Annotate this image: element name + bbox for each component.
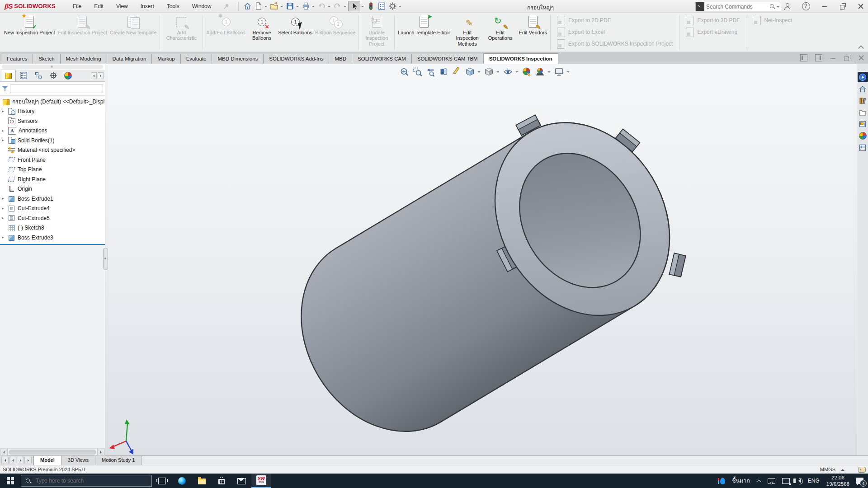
tree-item-material[interactable]: Material <not specified> <box>0 145 105 155</box>
pane-right-icon[interactable] <box>815 54 822 61</box>
mail-button[interactable] <box>231 474 251 488</box>
apply-scene-dropdown[interactable] <box>548 71 551 74</box>
tab-solidworks-cam[interactable]: SOLIDWORKS CAM <box>352 54 412 64</box>
edit-inspection-methods-button[interactable]: ✎ Edit Inspection Methods <box>452 14 483 52</box>
save-dropdown[interactable] <box>296 6 299 9</box>
clock[interactable]: 22:06 19/6/2568 <box>826 474 849 488</box>
tab-mbd[interactable]: MBD <box>329 54 352 64</box>
section-view-icon[interactable] <box>438 66 450 78</box>
expand-arrow-icon[interactable] <box>2 197 6 201</box>
property-manager-tab[interactable] <box>16 70 31 81</box>
configuration-manager-tab[interactable] <box>31 70 46 81</box>
document-minimize-icon[interactable] <box>830 55 836 61</box>
zoom-to-fit-icon[interactable] <box>399 66 410 78</box>
options-list-icon[interactable] <box>377 1 387 11</box>
display-style-dropdown[interactable] <box>497 71 500 74</box>
store-button[interactable] <box>212 474 231 488</box>
custom-properties-tag-icon[interactable] <box>859 467 866 473</box>
expand-arrow-icon[interactable] <box>2 216 6 220</box>
open-document-icon[interactable] <box>269 1 279 11</box>
previous-view-icon[interactable] <box>425 66 437 78</box>
edit-operations-button[interactable]: ↻✎ Edit Operations <box>483 14 518 52</box>
hide-show-items-icon[interactable] <box>502 66 514 78</box>
edit-vendors-button[interactable]: ✎ Edit Vendors <box>518 14 548 52</box>
start-button[interactable] <box>0 474 21 488</box>
search-icon[interactable] <box>769 4 775 9</box>
panel-splitter-handle[interactable] <box>103 248 108 270</box>
display-style-icon[interactable] <box>483 66 495 78</box>
menu-insert[interactable]: Insert <box>135 1 160 12</box>
scrollbar-thumb[interactable] <box>9 450 96 455</box>
menu-window[interactable]: Window <box>187 1 217 12</box>
restore-button[interactable] <box>839 3 846 10</box>
rebuild-traffic-light-icon[interactable] <box>366 1 376 11</box>
tree-item-history[interactable]: History <box>0 107 105 117</box>
settings-dropdown[interactable] <box>399 6 401 9</box>
dimxpert-manager-tab[interactable] <box>46 70 61 81</box>
network-icon[interactable] <box>782 478 790 484</box>
tab-motion-study-1[interactable]: Motion Study 1 <box>95 456 142 465</box>
taskbar-search-input[interactable] <box>35 477 147 484</box>
scroll-tabs-right-icon[interactable] <box>98 72 104 79</box>
menu-tools[interactable]: Tools <box>161 1 185 12</box>
document-close-icon[interactable] <box>858 55 864 61</box>
export-to-2d-pdf-button[interactable]: Export to 2D PDF <box>552 14 677 26</box>
tab-solidworks-inspection[interactable]: SOLIDWORKS Inspection <box>483 53 558 64</box>
rim-lug[interactable] <box>670 253 686 277</box>
tree-item-annotations[interactable]: Annotations <box>0 126 105 136</box>
home-tab-icon[interactable] <box>858 84 868 94</box>
tab-features[interactable]: Features <box>1 54 33 64</box>
pane-left-icon[interactable] <box>800 54 807 61</box>
tree-item-origin[interactable]: Origin <box>0 184 105 194</box>
annotation-visibility-icon[interactable] <box>451 66 463 78</box>
tree-item-front-plane[interactable]: Front Plane <box>0 155 105 165</box>
save-icon[interactable] <box>285 1 295 11</box>
new-inspection-project-button[interactable]: ★✓ New Inspection Project <box>3 14 57 52</box>
new-document-dropdown[interactable] <box>264 6 267 9</box>
tab-model[interactable]: Model <box>33 456 61 465</box>
first-tab-icon[interactable] <box>1 457 9 464</box>
weather-label[interactable]: ชื้นมาก <box>732 476 750 485</box>
settings-gear-icon[interactable] <box>387 1 398 11</box>
scroll-tabs-left-icon[interactable] <box>91 72 97 79</box>
tree-item-solid-bodies[interactable]: Solid Bodies(1) <box>0 136 105 145</box>
connect-display-icon[interactable] <box>768 478 775 484</box>
update-inspection-project-button[interactable]: ↻ Update Inspection Project <box>361 14 392 52</box>
hidden-icons-chevron[interactable] <box>757 479 761 483</box>
tree-item-sensors[interactable]: Sensors <box>0 116 105 126</box>
select-balloons-button[interactable]: Select Balloons <box>277 14 314 52</box>
view-settings-dropdown[interactable] <box>567 71 570 74</box>
scroll-left-icon[interactable] <box>0 449 8 456</box>
tab-evaluate[interactable]: Evaluate <box>180 54 212 64</box>
panel-horizontal-scrollbar[interactable] <box>0 448 105 455</box>
view-orientation-icon[interactable] <box>464 66 476 78</box>
open-document-dropdown[interactable] <box>280 6 283 9</box>
weather-humidity-icon[interactable] <box>720 478 725 484</box>
home-icon[interactable] <box>242 1 253 11</box>
taskbar-search[interactable] <box>21 475 152 487</box>
collapse-ribbon-icon[interactable] <box>859 46 863 49</box>
undo-dropdown[interactable] <box>328 6 330 9</box>
tab-sketch[interactable]: Sketch <box>33 54 60 64</box>
edit-appearance-icon[interactable] <box>521 66 533 78</box>
tab-mesh-modeling[interactable]: Mesh Modeling <box>60 54 107 64</box>
export-to-inspection-project-button[interactable]: Export to SOLIDWORKS Inspection Project <box>552 38 677 50</box>
graphics-viewport[interactable] <box>105 64 857 455</box>
menu-file[interactable]: File <box>67 1 87 12</box>
hide-show-dropdown[interactable] <box>516 71 519 74</box>
zoom-to-area-icon[interactable] <box>412 66 424 78</box>
search-commands-input[interactable] <box>704 4 769 10</box>
action-center-icon[interactable]: 4 <box>856 478 863 484</box>
prev-tab-icon[interactable] <box>9 457 16 464</box>
last-tab-icon[interactable] <box>24 457 32 464</box>
tab-markup[interactable]: Markup <box>151 54 180 64</box>
new-document-icon[interactable] <box>253 1 264 11</box>
tree-item-top-plane[interactable]: Top Plane <box>0 165 105 175</box>
expand-arrow-icon[interactable] <box>2 129 6 133</box>
tree-filter-input[interactable] <box>10 84 103 93</box>
view-palette-icon[interactable] <box>858 119 868 129</box>
custom-properties-icon[interactable] <box>858 142 868 153</box>
tab-solidworks-add-ins[interactable]: SOLIDWORKS Add-Ins <box>263 54 329 64</box>
document-restore-icon[interactable] <box>844 55 850 61</box>
expand-arrow-icon[interactable] <box>2 206 6 211</box>
